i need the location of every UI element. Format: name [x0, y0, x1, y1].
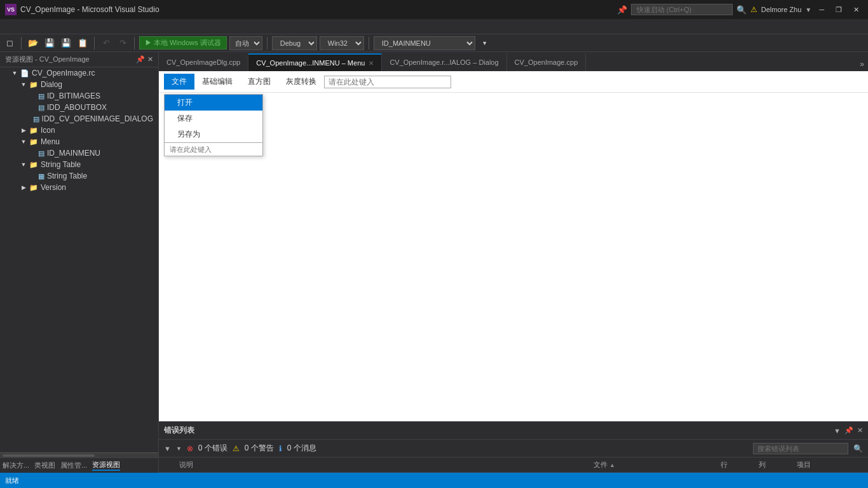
toolbar-sep-2: [94, 37, 95, 50]
tab-cpp-label: CV_OpenImage.cpp: [515, 58, 578, 66]
vs-logo: VS: [5, 4, 17, 15]
menu-test[interactable]: [84, 25, 94, 28]
icon-folder-icon: 📁: [29, 126, 38, 135]
menu-tools[interactable]: [74, 25, 84, 28]
col-line-header[interactable]: 行: [715, 458, 754, 473]
sidebar: 资源视图 - CV_OpenImage 📌 ✕ ▼ 📄 CV_OpenImage…: [0, 52, 159, 473]
sidebar-tab-classview[interactable]: 类视图: [34, 461, 55, 470]
menu-edit[interactable]: [13, 25, 23, 28]
sidebar-item-menu-folder[interactable]: ▼ 📁 Menu: [0, 136, 158, 147]
menu-build[interactable]: [43, 25, 53, 28]
menu-window[interactable]: [114, 25, 125, 28]
pin-icon: 📌: [617, 5, 627, 15]
toolbar-undo-icon[interactable]: ↶: [99, 36, 113, 50]
auto-dropdown[interactable]: 自动: [229, 36, 262, 50]
debug-config-dropdown[interactable]: Debug: [272, 36, 317, 50]
sidebar-item-dialog-folder[interactable]: ▼ 📁 Dialog: [0, 79, 158, 90]
tab-menu[interactable]: CV_OpenImage...INMENU – Menu ✕: [248, 53, 382, 71]
minimize-button[interactable]: ─: [815, 4, 828, 15]
rc-file-icon: 📄: [20, 69, 29, 78]
sidebar-tab-solution[interactable]: 解决方...: [3, 461, 29, 470]
editor-menu-grayscale-button[interactable]: 灰度转换: [278, 74, 324, 90]
error-panel-pin-icon[interactable]: 📌: [844, 426, 853, 435]
error-search-input[interactable]: [753, 443, 848, 454]
col-proj-header[interactable]: 项目: [792, 458, 868, 473]
idd-aboutbox-icon: ▤: [38, 104, 44, 112]
error-icon: ⊗: [187, 444, 193, 453]
menu-debug[interactable]: [53, 25, 64, 28]
info-icon: ℹ: [279, 444, 282, 453]
tab-cpp[interactable]: CV_OpenImage.cpp: [507, 53, 587, 71]
editor-menu-edit-button[interactable]: 基础编辑: [194, 74, 240, 90]
toolbar-save3-icon[interactable]: 📋: [76, 36, 90, 50]
toolbar-config-arrow[interactable]: ▼: [478, 36, 492, 50]
dialog-folder-icon: 📁: [29, 81, 38, 89]
col-col-header[interactable]: 列: [754, 458, 792, 473]
config-manager-dropdown[interactable]: ID_MAINMENU: [374, 36, 475, 50]
menu-analyze[interactable]: [104, 25, 114, 28]
version-folder-icon: 📁: [29, 184, 38, 192]
editor-menu-new-item-input[interactable]: [324, 76, 451, 88]
sidebar-item-id-mainmenu[interactable]: ▤ ID_MAINMENU: [0, 147, 158, 159]
error-search-icon[interactable]: 🔍: [853, 444, 863, 453]
dropdown-item-open[interactable]: 打开: [165, 95, 262, 111]
editor-menu-file-button[interactable]: 文件: [164, 74, 194, 90]
col-desc-header[interactable]: 说明: [174, 458, 588, 473]
sidebar-tree: ▼ 📄 CV_OpenImage.rc ▼ 📁 Dialog ▤ ID_BITI…: [0, 67, 158, 452]
sidebar-close-icon[interactable]: ✕: [147, 55, 153, 64]
sidebar-item-version-folder[interactable]: ▶ 📁 Version: [0, 182, 158, 193]
error-panel-dropdown-icon[interactable]: ▼: [834, 427, 841, 435]
sidebar-item-id-bitimages[interactable]: ▤ ID_BITIMAGES: [0, 90, 158, 102]
tab-dlg[interactable]: CV_OpenImageDlg.cpp: [159, 53, 248, 71]
menu-bar: [0, 19, 868, 34]
error-table: 说明 文件 ▲ 行 列 项目: [159, 458, 868, 473]
error-filter-dropdown-icon[interactable]: ▼: [176, 445, 182, 452]
tabs-overflow-button[interactable]: »: [856, 57, 868, 71]
close-button[interactable]: ✕: [850, 4, 863, 15]
toolbar-sep-1: [21, 37, 22, 50]
menu-file[interactable]: [3, 25, 13, 28]
tab-dialog[interactable]: CV_OpenImage.r...IALOG – Dialog: [382, 53, 506, 71]
main-layout: 资源视图 - CV_OpenImage 📌 ✕ ▼ 📄 CV_OpenImage…: [0, 52, 868, 473]
message-count-label: 0 个消息: [287, 443, 316, 454]
icon-folder-label: Icon: [41, 126, 55, 135]
menu-team[interactable]: [64, 25, 74, 28]
menu-project[interactable]: [33, 25, 43, 28]
restore-button[interactable]: ❐: [832, 4, 846, 15]
tab-menu-close[interactable]: ✕: [369, 60, 374, 67]
sidebar-scrollbar-thumb[interactable]: [3, 454, 95, 457]
sidebar-item-idd-aboutbox[interactable]: ▤ IDD_ABOUTBOX: [0, 102, 158, 113]
editor-menu-histogram-button[interactable]: 直方图: [240, 74, 278, 90]
string-table-expand-arrow: ▼: [20, 161, 27, 168]
toolbar-redo-icon[interactable]: ↷: [116, 36, 130, 50]
debug-play-button[interactable]: ▶ 本地 Windows 调试器: [139, 36, 227, 50]
menu-view[interactable]: [23, 25, 33, 28]
col-file-header[interactable]: 文件 ▲: [588, 458, 715, 473]
user-dropdown-icon[interactable]: ▼: [805, 6, 811, 13]
toolbar-open-icon[interactable]: 📂: [26, 36, 40, 50]
platform-dropdown[interactable]: Win32: [320, 36, 364, 50]
toolbar-save2-icon[interactable]: 💾: [59, 36, 73, 50]
sidebar-pin-icon[interactable]: 📌: [136, 55, 145, 64]
dropdown-item-saveas[interactable]: 另存为: [165, 126, 262, 142]
sidebar-scrollbar[interactable]: [0, 452, 158, 458]
error-filter-icon[interactable]: ▼: [164, 445, 171, 452]
sidebar-item-rc[interactable]: ▼ 📄 CV_OpenImage.rc: [0, 67, 158, 79]
dropdown-item-save[interactable]: 保存: [165, 111, 262, 126]
sidebar-item-idd-cv-openimage[interactable]: ▤ IDD_CV_OPENIMAGE_DIALOG: [0, 113, 158, 125]
menu-arch[interactable]: [94, 25, 104, 28]
dropdown-new-item-input[interactable]: [165, 142, 262, 156]
sidebar-item-icon-folder[interactable]: ▶ 📁 Icon: [0, 125, 158, 136]
menu-folder-icon: 📁: [29, 138, 38, 146]
quick-launch-input[interactable]: [631, 4, 733, 15]
error-panel-close-icon[interactable]: ✕: [857, 426, 863, 435]
id-bitimages-icon: ▤: [38, 92, 44, 100]
menu-help[interactable]: [125, 25, 135, 28]
toolbar-save-icon[interactable]: 💾: [43, 36, 57, 50]
error-count-label: 0 个错误: [198, 443, 227, 454]
sidebar-item-string-table-folder[interactable]: ▼ 📁 String Table: [0, 159, 158, 170]
sidebar-tab-properties[interactable]: 属性管...: [60, 461, 87, 470]
sidebar-tab-resourceview[interactable]: 资源视图: [92, 460, 120, 471]
toolbar-new-icon[interactable]: ◻: [3, 36, 17, 50]
sidebar-item-string-table-item[interactable]: ▦ String Table: [0, 170, 158, 182]
